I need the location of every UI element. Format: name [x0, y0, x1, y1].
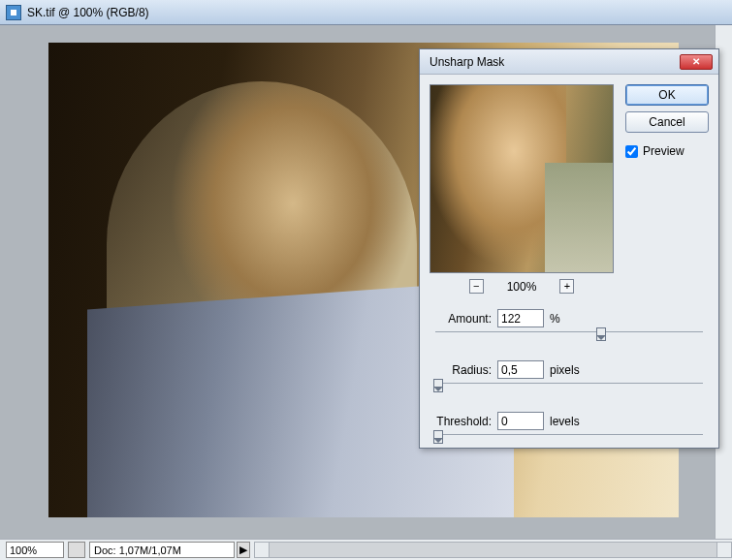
threshold-unit: levels — [550, 415, 580, 428]
cancel-button[interactable]: Cancel — [625, 111, 709, 133]
amount-input[interactable] — [497, 309, 544, 327]
unsharp-mask-dialog: Unsharp Mask ✕ − 100% + OK Cancel Previe… — [419, 48, 719, 449]
close-button[interactable]: ✕ — [680, 54, 713, 70]
horizontal-scrollbar[interactable] — [254, 542, 732, 558]
radius-slider-thumb[interactable] — [433, 379, 443, 392]
amount-param: Amount: % — [430, 309, 709, 345]
preview-checkbox-label: Preview — [643, 144, 684, 158]
radius-label: Radius: — [430, 363, 492, 377]
dialog-titlebar[interactable]: Unsharp Mask ✕ — [420, 49, 718, 75]
plus-icon: + — [564, 281, 570, 292]
dialog-title: Unsharp Mask — [430, 55, 504, 69]
cancel-label: Cancel — [649, 115, 684, 129]
dialog-side-buttons: OK Cancel Preview — [625, 84, 709, 158]
zoom-out-button[interactable]: − — [469, 279, 484, 294]
threshold-label: Threshold: — [430, 415, 492, 428]
ok-button[interactable]: OK — [625, 84, 709, 106]
threshold-input[interactable] — [497, 412, 544, 430]
ok-label: OK — [658, 88, 675, 102]
preview-zoom-controls: − 100% + — [430, 279, 614, 294]
chevron-right-icon: ▶ — [239, 544, 247, 556]
radius-slider[interactable] — [435, 383, 703, 396]
threshold-slider[interactable] — [435, 434, 703, 448]
preview-checkbox-row[interactable]: Preview — [625, 144, 709, 158]
hand-tool-button[interactable] — [68, 542, 85, 558]
radius-unit: pixels — [550, 363, 580, 377]
document-info-text: Doc: 1,07M/1,07M — [94, 544, 181, 556]
zoom-in-button[interactable]: + — [559, 279, 574, 294]
radius-input[interactable] — [497, 360, 544, 379]
filter-preview[interactable] — [430, 84, 614, 273]
amount-slider[interactable] — [435, 331, 703, 345]
zoom-level-text: 100% — [10, 544, 37, 556]
document-title: SK.tif @ 100% (RGB/8) — [27, 6, 149, 19]
radius-param: Radius: pixels — [430, 360, 709, 396]
document-info[interactable]: Doc: 1,07M/1,07M — [89, 542, 235, 558]
dialog-body: − 100% + OK Cancel Preview Amount: % — [420, 75, 718, 448]
amount-unit: % — [550, 312, 560, 326]
preview-zoom-level: 100% — [507, 280, 537, 294]
document-icon — [6, 5, 21, 20]
close-icon: ✕ — [692, 56, 700, 67]
zoom-level-input[interactable]: 100% — [6, 542, 64, 558]
threshold-param: Threshold: levels — [430, 412, 709, 448]
amount-label: Amount: — [430, 312, 492, 326]
amount-slider-thumb[interactable] — [596, 327, 606, 341]
document-info-menu[interactable]: ▶ — [237, 542, 250, 558]
status-bar: 100% Doc: 1,07M/1,07M ▶ — [0, 539, 732, 560]
threshold-slider-thumb[interactable] — [433, 430, 443, 444]
preview-checkbox[interactable] — [625, 145, 638, 158]
document-titlebar: SK.tif @ 100% (RGB/8) — [0, 0, 732, 25]
minus-icon: − — [473, 281, 479, 292]
